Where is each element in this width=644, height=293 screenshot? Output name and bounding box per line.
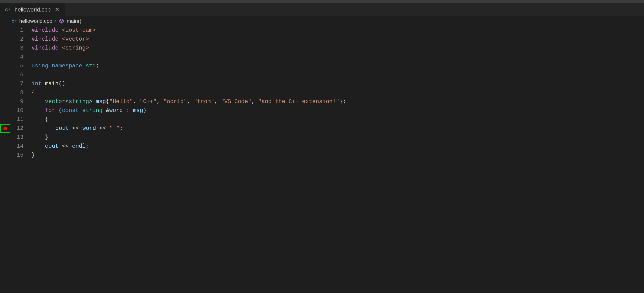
token-preproc: #include xyxy=(32,35,58,44)
token-op: << xyxy=(72,124,79,133)
token-punc: , xyxy=(133,97,140,106)
code-line[interactable]: vector<string> msg{"Hello", "C++", "Worl… xyxy=(32,97,644,106)
tab-label: helloworld.cpp xyxy=(14,6,50,13)
token-op: << xyxy=(62,142,69,151)
breakpoint-well[interactable] xyxy=(0,79,10,88)
code-line[interactable]: } xyxy=(32,151,644,160)
token-punc xyxy=(32,97,45,106)
breakpoint-well[interactable] xyxy=(0,142,10,151)
token-punc: }; xyxy=(340,97,346,106)
code-line[interactable]: { xyxy=(32,115,644,124)
breakpoint-well[interactable] xyxy=(0,62,10,70)
token-keyword: using xyxy=(32,62,48,70)
token-punc xyxy=(58,142,62,151)
token-punc xyxy=(82,62,86,70)
breakpoint-well[interactable] xyxy=(0,97,10,106)
token-string: "C++" xyxy=(140,97,157,106)
line-number: 5 xyxy=(10,62,32,70)
gutter-line: 11 xyxy=(0,115,32,124)
cpp-file-icon: C⁺⁺ xyxy=(5,6,11,13)
token-var: cout xyxy=(56,124,69,133)
token-punc: > xyxy=(89,97,96,106)
tab-helloworld[interactable]: C⁺⁺ helloworld.cpp ✕ xyxy=(0,3,65,16)
gutter-line: 12 xyxy=(0,124,32,133)
token-punc: ; xyxy=(120,124,123,133)
code-line[interactable]: #include <vector> xyxy=(32,35,644,44)
gutter-line: 4 xyxy=(0,52,32,62)
code-line[interactable]: int main() xyxy=(32,79,644,88)
breakpoint-well[interactable] xyxy=(0,124,10,133)
close-tab-button[interactable]: ✕ xyxy=(54,6,60,14)
cursor xyxy=(35,152,35,158)
code-line[interactable]: for (const string &word : msg) xyxy=(32,106,644,115)
code-line[interactable]: } xyxy=(32,133,644,142)
token-punc: ; xyxy=(86,142,89,151)
code-area[interactable]: #include <iostream>#include <vector>#inc… xyxy=(32,26,644,293)
breakpoint-well[interactable] xyxy=(0,35,10,44)
breakpoint-well[interactable] xyxy=(0,26,10,35)
breadcrumb-symbol[interactable]: main() xyxy=(67,18,81,24)
line-number: 15 xyxy=(10,151,32,160)
gutter-line: 7 xyxy=(0,79,32,88)
breakpoint-well[interactable] xyxy=(0,106,10,115)
code-line[interactable]: using namespace std; xyxy=(32,62,644,70)
gutter-line: 2 xyxy=(0,35,32,44)
token-func: main xyxy=(45,79,59,88)
title-bar xyxy=(0,0,644,3)
token-punc: : xyxy=(123,106,133,115)
breakpoint-well[interactable] xyxy=(0,133,10,142)
token-punc: , xyxy=(157,97,164,106)
token-punc xyxy=(79,124,82,133)
breadcrumb[interactable]: C⁺⁺ helloworld.cpp › main() xyxy=(0,16,644,26)
token-punc xyxy=(45,124,56,133)
token-punc: } xyxy=(32,133,48,142)
gutter-line: 15 xyxy=(0,151,32,160)
breakpoint-well[interactable] xyxy=(0,70,10,79)
breakpoint-well[interactable] xyxy=(0,88,10,97)
token-punc xyxy=(48,62,52,70)
token-punc: ) xyxy=(143,106,146,115)
token-punc xyxy=(58,26,62,35)
line-number: 10 xyxy=(10,106,32,115)
code-editor[interactable]: 123456789101112131415 #include <iostream… xyxy=(0,26,644,293)
code-line[interactable]: cout << endl; xyxy=(32,142,644,151)
token-string: "and the C++ extension!" xyxy=(258,97,340,106)
token-type: string xyxy=(68,97,89,106)
token-string: "World" xyxy=(164,97,187,106)
token-type: vector xyxy=(45,97,65,106)
token-punc: , xyxy=(187,97,194,106)
code-line[interactable]: #include <iostream> xyxy=(32,26,644,35)
cpp-file-icon: C⁺⁺ xyxy=(12,18,17,24)
line-number: 12 xyxy=(10,124,32,133)
code-line[interactable] xyxy=(32,52,644,62)
gutter-line: 14 xyxy=(0,142,32,151)
token-var: word xyxy=(82,124,96,133)
breakpoint-well[interactable] xyxy=(0,151,10,160)
token-punc: { xyxy=(32,88,35,97)
code-line[interactable]: { xyxy=(32,88,644,97)
svg-text:C⁺⁺: C⁺⁺ xyxy=(5,8,11,12)
token-var: msg xyxy=(96,97,106,106)
breadcrumb-file[interactable]: helloworld.cpp xyxy=(19,18,52,24)
code-line[interactable]: cout << word << " "; xyxy=(32,124,644,133)
token-keyword: int xyxy=(32,79,42,88)
token-keyword: namespace xyxy=(52,62,82,70)
breakpoint-well[interactable] xyxy=(0,44,10,52)
token-punc xyxy=(102,106,106,115)
code-line[interactable] xyxy=(32,70,644,79)
token-var: msg xyxy=(133,106,143,115)
line-number: 8 xyxy=(10,88,32,97)
token-punc xyxy=(68,142,72,151)
line-number: 6 xyxy=(10,70,32,79)
gutter-line: 9 xyxy=(0,97,32,106)
token-punc xyxy=(58,35,62,44)
token-keyword: const xyxy=(62,106,79,115)
token-string: "VS Code" xyxy=(221,97,252,106)
token-punc: ; xyxy=(96,62,99,70)
line-number: 14 xyxy=(10,142,32,151)
code-line[interactable]: #include <string> xyxy=(32,44,644,52)
breakpoint-well[interactable] xyxy=(0,115,10,124)
token-punc: ( xyxy=(55,106,62,115)
token-punc: , xyxy=(214,97,221,106)
breakpoint-well[interactable] xyxy=(0,52,10,62)
